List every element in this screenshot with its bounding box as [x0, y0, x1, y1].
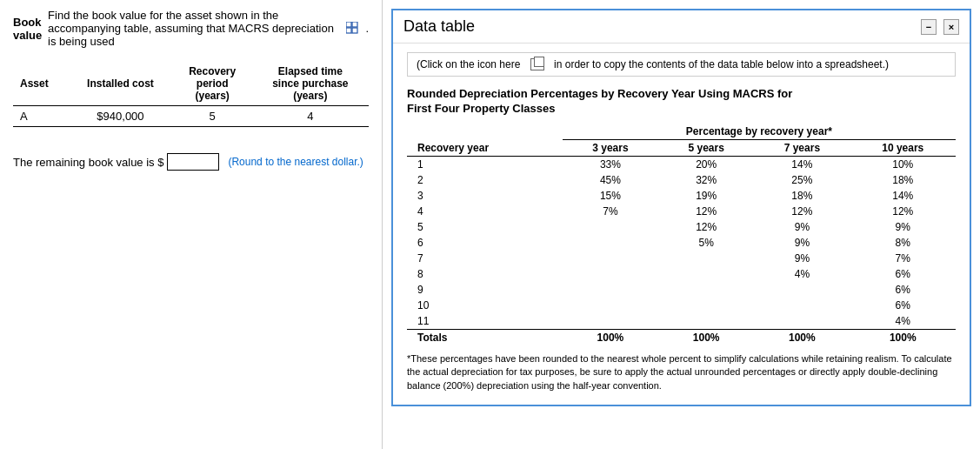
cell-ten: 18%: [850, 172, 956, 188]
cell-ten: 6%: [850, 282, 956, 298]
totals-five: 100%: [658, 330, 754, 346]
cell-seven: [754, 298, 850, 313]
cell-asset: A: [13, 106, 68, 127]
cell-three: [563, 251, 658, 266]
table-row: 5 12% 9% 9%: [407, 219, 956, 235]
cell-year: 5: [407, 219, 563, 235]
cell-ten: 8%: [850, 235, 956, 251]
table-row: 1 33% 20% 14% 10%: [407, 157, 956, 173]
minimize-button[interactable]: −: [921, 19, 937, 35]
cell-three: [563, 282, 658, 298]
table-row: 9 6%: [407, 282, 956, 298]
svg-rect-2: [346, 28, 351, 33]
cell-year: 3: [407, 188, 563, 204]
footnote: *These percentages have been rounded to …: [407, 352, 956, 392]
recovery-year-col-label: Recovery year: [407, 140, 563, 157]
cell-ten: 14%: [850, 188, 956, 204]
click-note: (Click on the icon here in order to copy…: [407, 52, 956, 77]
grid-icon[interactable]: [346, 21, 360, 37]
cell-seven: 4%: [754, 266, 850, 282]
col-installed-cost: Installed cost: [68, 62, 172, 106]
table-row: 10 6%: [407, 298, 956, 313]
five-years-col: 5 years: [658, 140, 754, 157]
click-note-text1: (Click on the icon here: [417, 58, 520, 70]
cell-three: 45%: [563, 172, 658, 188]
popup-controls: − ×: [921, 19, 959, 35]
cell-five: 32%: [658, 172, 754, 188]
table-row: 7 9% 7%: [407, 251, 956, 266]
book-value-description: Find the book value for the asset shown …: [48, 9, 337, 48]
answer-input[interactable]: [167, 153, 219, 171]
cell-five: [658, 298, 754, 313]
cell-recovery-period: 5: [173, 106, 252, 127]
cell-ten: 7%: [850, 251, 956, 266]
book-value-label: Book value: [13, 16, 43, 42]
popup-content: (Click on the icon here in order to copy…: [393, 44, 970, 405]
cell-five: [658, 282, 754, 298]
asset-table: Asset Installed cost Recoveryperiod(year…: [13, 62, 369, 127]
cell-three: [563, 235, 658, 251]
cell-five: 20%: [658, 157, 754, 173]
cell-five: [658, 251, 754, 266]
col-elapsed-time: Elapsed timesince purchase(years): [252, 62, 369, 106]
book-value-answer: The remaining book value is $ (Round to …: [13, 153, 369, 171]
cell-seven: 25%: [754, 172, 850, 188]
table-row: 2 45% 32% 25% 18%: [407, 172, 956, 188]
period-dot: .: [365, 22, 369, 35]
table-title: Rounded Depreciation Percentages by Reco…: [407, 87, 956, 100]
answer-prefix: The remaining book value is $: [13, 156, 163, 169]
data-table-popup: Data table − × (Click on the icon here i…: [391, 9, 971, 406]
depreciation-table: Percentage by recovery year* Recovery ye…: [407, 124, 956, 345]
cell-three: 15%: [563, 188, 658, 204]
cell-seven: 18%: [754, 188, 850, 204]
cell-year: 2: [407, 172, 563, 188]
cell-five: 19%: [658, 188, 754, 204]
table-row: 8 4% 6%: [407, 266, 956, 282]
cell-five: [658, 266, 754, 282]
cell-installed-cost: $940,000: [68, 106, 172, 127]
cell-ten: 6%: [850, 266, 956, 282]
cell-seven: 9%: [754, 219, 850, 235]
cell-three: 33%: [563, 157, 658, 173]
cell-three: 7%: [563, 204, 658, 219]
cell-seven: 9%: [754, 251, 850, 266]
click-note-text2: in order to copy the contents of the dat…: [554, 58, 889, 70]
popup-title: Data table: [403, 17, 475, 36]
cell-five: [658, 313, 754, 330]
popup-title-bar: Data table − ×: [393, 10, 970, 44]
table-row: 6 5% 9% 8%: [407, 235, 956, 251]
totals-ten: 100%: [850, 330, 956, 346]
cell-three: [563, 219, 658, 235]
svg-rect-0: [346, 22, 351, 27]
cell-year: 6: [407, 235, 563, 251]
close-button[interactable]: ×: [943, 19, 959, 35]
cell-year: 7: [407, 251, 563, 266]
cell-five: 12%: [658, 219, 754, 235]
totals-three: 100%: [563, 330, 658, 346]
table-row: 4 7% 12% 12% 12%: [407, 204, 956, 219]
cell-elapsed-time: 4: [252, 106, 369, 127]
cell-ten: 4%: [850, 313, 956, 330]
right-panel: Data table − × (Click on the icon here i…: [383, 0, 980, 449]
col-recovery-year-header: [407, 124, 563, 140]
cell-year: 10: [407, 298, 563, 313]
cell-year: 8: [407, 266, 563, 282]
col-recovery-period: Recoveryperiod(years): [173, 62, 252, 106]
percentage-header: Percentage by recovery year*: [563, 124, 956, 140]
table-row: 3 15% 19% 18% 14%: [407, 188, 956, 204]
book-value-header: Book value Find the book value for the a…: [13, 9, 369, 48]
cell-seven: 12%: [754, 204, 850, 219]
totals-row: Totals 100% 100% 100% 100%: [407, 330, 956, 346]
totals-label: Totals: [407, 330, 563, 346]
left-panel: Book value Find the book value for the a…: [0, 0, 383, 449]
cell-year: 9: [407, 282, 563, 298]
totals-seven: 100%: [754, 330, 850, 346]
cell-five: 5%: [658, 235, 754, 251]
cell-seven: 9%: [754, 235, 850, 251]
copy-icon[interactable]: [530, 58, 544, 70]
cell-ten: 9%: [850, 219, 956, 235]
round-note: (Round to the nearest dollar.): [228, 156, 363, 168]
table-row: 11 4%: [407, 313, 956, 330]
svg-rect-3: [352, 28, 357, 33]
cell-ten: 6%: [850, 298, 956, 313]
